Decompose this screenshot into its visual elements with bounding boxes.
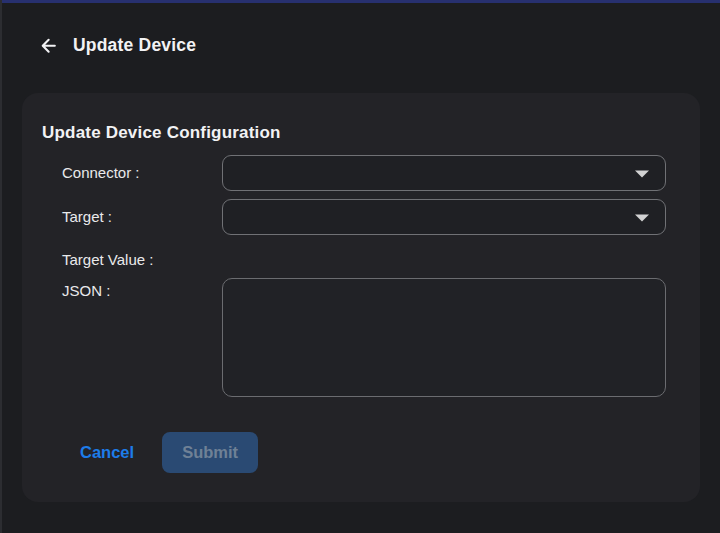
chevron-down-icon <box>635 164 649 182</box>
form-actions: Cancel Submit <box>80 432 666 473</box>
target-label: Target : <box>62 199 222 226</box>
top-accent-strip <box>2 0 720 3</box>
update-device-card: Update Device Configuration Connector : … <box>22 93 700 502</box>
chevron-down-icon <box>635 208 649 226</box>
header: Update Device <box>38 34 720 56</box>
arrow-left-icon <box>39 36 58 55</box>
target-value-row: Target Value : <box>42 247 666 265</box>
connector-row: Connector : <box>42 155 666 191</box>
page-title: Update Device <box>73 35 196 56</box>
connector-label: Connector : <box>62 155 222 182</box>
submit-button[interactable]: Submit <box>162 432 258 473</box>
target-select[interactable] <box>222 199 666 235</box>
connector-select[interactable] <box>222 155 666 191</box>
json-label: JSON : <box>62 278 222 300</box>
card-heading: Update Device Configuration <box>42 122 666 143</box>
target-value-label: Target Value : <box>62 247 222 269</box>
target-row: Target : <box>42 199 666 235</box>
json-input[interactable] <box>222 278 666 397</box>
cancel-button[interactable]: Cancel <box>80 443 134 462</box>
json-row: JSON : <box>42 278 666 397</box>
back-button[interactable] <box>38 35 58 55</box>
